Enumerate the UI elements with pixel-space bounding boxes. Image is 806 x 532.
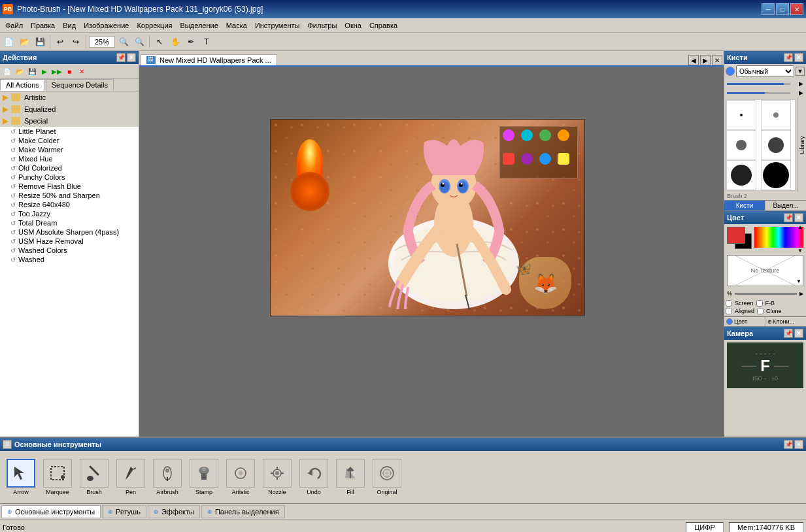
tab-next-button[interactable]: ▶ xyxy=(700,55,711,65)
actions-panel-pin[interactable]: 📌 xyxy=(116,53,126,62)
action-resize-50[interactable]: ↺ Resize 50% and Sharpen xyxy=(0,191,139,200)
tool-fill[interactable]: Fill xyxy=(333,459,367,495)
color-gradient[interactable] xyxy=(754,227,803,248)
close-button[interactable]: ✕ xyxy=(790,3,803,15)
tab-sequence-details[interactable]: Sequence Details xyxy=(46,79,114,91)
document-tab[interactable]: 🖼 New Mixed HD Wallpapers Pack ... xyxy=(141,54,277,65)
action-play-btn[interactable]: ▶ xyxy=(39,65,50,77)
tool-pen[interactable]: Pen xyxy=(114,459,148,495)
action-make-colder[interactable]: ↺ Make Colder xyxy=(0,136,139,145)
color-up-arrow[interactable]: ▲ xyxy=(798,224,803,230)
action-make-warmer[interactable]: ↺ Make Warmer xyxy=(0,145,139,154)
pen-tool-button[interactable]: ✒ xyxy=(184,35,198,49)
zoom-in-button[interactable]: 🔍 xyxy=(116,35,131,49)
clone-checkbox[interactable] xyxy=(757,308,764,314)
menu-item-правка[interactable]: Правка xyxy=(27,20,59,31)
open-button[interactable]: 📂 xyxy=(17,35,31,49)
maximize-button[interactable]: □ xyxy=(776,3,789,15)
brushes-pin-btn[interactable]: 📌 xyxy=(784,53,793,62)
tool-marquee[interactable]: Marquee xyxy=(41,459,75,495)
tool-undo[interactable]: Undo xyxy=(297,459,331,495)
brushes-close-btn[interactable]: ✕ xyxy=(794,53,803,62)
brush-slider-1[interactable] xyxy=(727,83,790,85)
clone-tab-btn[interactable]: ⊕ Клони... xyxy=(765,317,806,326)
brush-cell-3[interactable] xyxy=(726,130,756,160)
percent-slider[interactable] xyxy=(735,293,797,295)
action-usm-haze[interactable]: ↺ USM Haze Removal xyxy=(0,237,139,246)
percent-right-arrow[interactable]: ▶ xyxy=(799,291,803,297)
action-open-btn[interactable]: 📂 xyxy=(14,65,25,77)
action-save-btn[interactable]: 💾 xyxy=(26,65,38,77)
tool-brush[interactable]: Brush xyxy=(77,459,111,495)
brush-tab-select[interactable]: Выдел... xyxy=(765,201,806,210)
library-tab-vertical[interactable]: Library xyxy=(797,98,806,192)
texture-dropdown[interactable]: ▼ xyxy=(796,276,801,284)
aligned-checkbox[interactable] xyxy=(726,308,732,314)
tab-selection-panel[interactable]: ⊕ Панель выделения xyxy=(201,505,285,518)
menu-item-вид[interactable]: Вид xyxy=(59,20,80,31)
new-button[interactable]: 📄 xyxy=(1,35,16,49)
brush-slider-2[interactable] xyxy=(727,92,790,94)
action-little-planet[interactable]: ↺ Little Planet xyxy=(0,127,139,136)
menu-item-файл[interactable]: Файл xyxy=(1,20,27,31)
action-old-colorized[interactable]: ↺ Old Colorized xyxy=(0,163,139,173)
save-button[interactable]: 💾 xyxy=(33,35,47,49)
action-stop-btn[interactable]: ■ xyxy=(63,65,75,77)
actions-panel-close[interactable]: ✕ xyxy=(127,53,136,62)
tool-airbrush[interactable]: Airbrush xyxy=(150,459,184,495)
menu-item-инструменты[interactable]: Инструменты xyxy=(251,20,304,31)
action-group-equalized[interactable]: ▶ Equalized xyxy=(0,103,139,115)
color-tab-btn[interactable]: Цвет xyxy=(724,317,765,326)
color-pin-btn[interactable]: 📌 xyxy=(784,213,793,222)
color-close-btn[interactable]: ✕ xyxy=(794,213,803,222)
action-new-btn[interactable]: 📄 xyxy=(1,65,13,77)
brush-cell-5[interactable] xyxy=(726,160,756,190)
action-delete-btn[interactable]: ✕ xyxy=(76,65,88,77)
action-washed[interactable]: ↺ Washed xyxy=(0,255,139,264)
tool-arrow[interactable]: Arrow xyxy=(4,459,38,495)
action-washed-colors[interactable]: ↺ Washed Colors xyxy=(0,246,139,255)
menu-item-маска[interactable]: Маска xyxy=(222,20,251,31)
action-resize-640[interactable]: ↺ Resize 640x480 xyxy=(0,200,139,209)
tools-pin-btn[interactable]: 📌 xyxy=(784,440,793,449)
tab-prev-button[interactable]: ◀ xyxy=(688,55,699,65)
action-group-special[interactable]: ▶ Special xyxy=(0,115,139,127)
brush-cell-6[interactable] xyxy=(761,160,791,190)
brush-cell-2[interactable] xyxy=(761,100,791,130)
brush-dropdown-btn[interactable]: ▼ xyxy=(796,67,805,76)
action-mixed-hue[interactable]: ↺ Mixed Hue xyxy=(0,154,139,163)
tools-move-handle[interactable]: ⠿ xyxy=(3,440,12,449)
tab-effects[interactable]: ⊕ Эффекты xyxy=(148,505,200,518)
action-remove-flash-blue[interactable]: ↺ Remove Flash Blue xyxy=(0,182,139,191)
action-too-jazzy[interactable]: ↺ Too Jazzy xyxy=(0,209,139,218)
tab-close-button[interactable]: ✕ xyxy=(712,55,722,65)
tool-artistic[interactable]: Artistic xyxy=(224,459,258,495)
select-tool-button[interactable]: ↖ xyxy=(152,35,167,49)
menu-item-окна[interactable]: Окна xyxy=(341,20,365,31)
hand-tool-button[interactable]: ✋ xyxy=(168,35,182,49)
menu-item-коррекция[interactable]: Коррекция xyxy=(133,20,176,31)
zoom-out-button[interactable]: 🔍 xyxy=(132,35,146,49)
undo-button[interactable]: ↩ xyxy=(53,35,67,49)
canvas-scroll-area[interactable]: 🦊 🦋 xyxy=(139,67,724,437)
tool-nozzle[interactable]: Nozzle xyxy=(260,459,294,495)
redo-button[interactable]: ↪ xyxy=(69,35,83,49)
tab-all-actions[interactable]: All Actions xyxy=(0,79,45,91)
brush-cell-4[interactable] xyxy=(761,130,791,160)
camera-close-btn[interactable]: ✕ xyxy=(794,329,803,338)
action-punchy-colors[interactable]: ↺ Punchy Colors xyxy=(0,173,139,182)
minimize-button[interactable]: ─ xyxy=(762,3,775,15)
foreground-color[interactable] xyxy=(727,227,745,244)
screen-checkbox[interactable] xyxy=(726,300,732,307)
camera-pin-btn[interactable]: 📌 xyxy=(784,329,793,338)
color-down-arrow[interactable]: ▼ xyxy=(798,248,803,254)
tab-retouch[interactable]: ⊕ Ретушь xyxy=(102,505,146,518)
tools-close-btn[interactable]: ✕ xyxy=(794,440,803,449)
text-tool-button[interactable]: T xyxy=(199,35,214,49)
menu-item-фильтры[interactable]: Фильтры xyxy=(303,20,341,31)
menu-item-выделение[interactable]: Выделение xyxy=(176,20,222,31)
action-usm-absolute[interactable]: ↺ USM Absolute Sharpen (4pass) xyxy=(0,227,139,237)
brush-type-select[interactable]: Обычный xyxy=(736,65,794,77)
menu-item-изображение[interactable]: Изображение xyxy=(80,20,133,31)
tool-original[interactable]: Original xyxy=(370,459,404,495)
